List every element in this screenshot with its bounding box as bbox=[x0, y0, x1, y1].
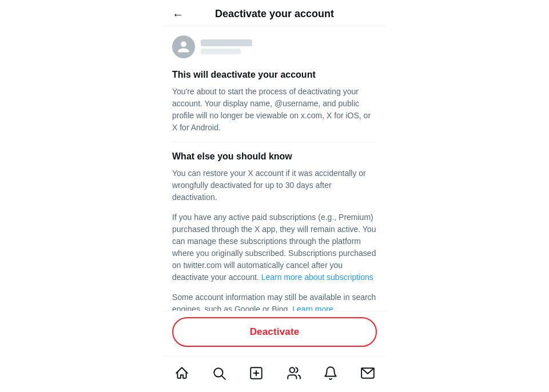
back-button[interactable]: ← bbox=[172, 9, 184, 20]
user-info bbox=[172, 35, 377, 58]
user-display-name-bar bbox=[201, 39, 252, 46]
bell-icon bbox=[323, 366, 338, 381]
section2-title: What else you should know bbox=[172, 151, 377, 162]
avatar bbox=[172, 35, 195, 58]
section1-title: This will deactivate your account bbox=[172, 70, 377, 80]
nav-people[interactable] bbox=[278, 362, 309, 384]
user-names bbox=[201, 39, 252, 54]
section2-para2-text: If you have any active paid subscription… bbox=[172, 213, 376, 282]
svg-point-5 bbox=[289, 367, 295, 373]
svg-line-1 bbox=[221, 376, 225, 379]
home-icon bbox=[174, 366, 189, 381]
people-icon bbox=[286, 366, 301, 381]
divider bbox=[172, 142, 377, 142]
learn-more-link[interactable]: Learn more bbox=[292, 305, 333, 311]
bottom-nav bbox=[163, 356, 386, 392]
deactivate-section: Deactivate bbox=[163, 311, 386, 356]
nav-search[interactable] bbox=[204, 362, 234, 384]
compose-icon bbox=[249, 366, 264, 381]
nav-messages[interactable] bbox=[352, 362, 383, 384]
nav-notifications[interactable] bbox=[315, 362, 346, 384]
section1-text: You're about to start the process of dea… bbox=[172, 86, 377, 134]
section2-para3: Some account information may still be av… bbox=[172, 291, 377, 311]
deactivate-button[interactable]: Deactivate bbox=[172, 317, 377, 347]
user-handle-bar bbox=[201, 49, 241, 54]
learn-more-subscriptions-link[interactable]: Learn more about subscriptions bbox=[261, 273, 373, 282]
search-icon bbox=[212, 366, 226, 381]
mail-icon bbox=[360, 366, 375, 381]
section2-para2: If you have any active paid subscription… bbox=[172, 211, 377, 283]
page-title: Deactivate your account bbox=[190, 8, 359, 20]
header: ← Deactivate your account bbox=[163, 0, 386, 26]
content-area: This will deactivate your account You're… bbox=[163, 26, 386, 311]
section2-para1: You can restore your X account if it was… bbox=[172, 167, 377, 203]
section2-para3-text: Some account information may still be av… bbox=[172, 293, 376, 311]
nav-home[interactable] bbox=[166, 362, 197, 384]
phone-screen: ← Deactivate your account This will deac… bbox=[163, 0, 386, 392]
nav-compose[interactable] bbox=[241, 362, 272, 384]
